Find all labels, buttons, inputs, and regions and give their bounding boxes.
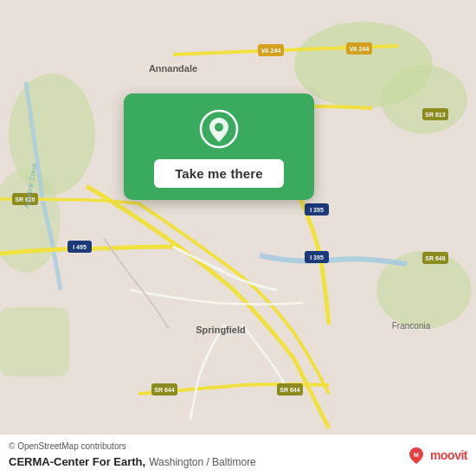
svg-text:SR 644: SR 644 xyxy=(154,387,174,393)
moovit-logo: M moovit xyxy=(407,446,467,465)
location-card[interactable]: Take me there xyxy=(124,93,314,200)
svg-point-34 xyxy=(215,123,223,132)
svg-text:SR 648: SR 648 xyxy=(425,255,445,261)
svg-text:Annandale: Annandale xyxy=(149,63,197,74)
svg-point-2 xyxy=(381,65,467,134)
take-me-there-button[interactable]: Take me there xyxy=(154,159,284,188)
svg-text:I 395: I 395 xyxy=(310,207,324,213)
svg-text:VA 244: VA 244 xyxy=(350,46,370,52)
svg-text:SR 613: SR 613 xyxy=(425,112,445,118)
osm-credit: © OpenStreetMap contributors xyxy=(9,441,256,451)
svg-text:I 395: I 395 xyxy=(310,254,324,261)
moovit-icon: M xyxy=(407,446,426,465)
map-container: I 495 I 395 I 395 VA 244 VA 244 VA 236 S… xyxy=(0,0,476,476)
location-pin-icon xyxy=(199,109,239,149)
moovit-text: moovit xyxy=(430,448,467,462)
location-info-line: CERMA-Center For Earth,Washington / Balt… xyxy=(9,453,256,469)
bottom-left-info: © OpenStreetMap contributors CERMA-Cente… xyxy=(9,441,256,469)
svg-text:Franconia: Franconia xyxy=(392,321,431,331)
svg-text:I 495: I 495 xyxy=(73,244,87,250)
svg-text:Springfield: Springfield xyxy=(196,325,245,335)
bottom-bar: © OpenStreetMap contributors CERMA-Cente… xyxy=(0,434,476,476)
svg-text:VA 244: VA 244 xyxy=(261,48,281,54)
svg-text:M: M xyxy=(414,452,419,458)
svg-text:SR 644: SR 644 xyxy=(280,387,299,393)
location-name: CERMA-Center For Earth, xyxy=(9,455,145,468)
svg-rect-5 xyxy=(0,307,69,376)
map-svg: I 495 I 395 I 395 VA 244 VA 244 VA 236 S… xyxy=(0,0,476,476)
location-region: Washington / Baltimore xyxy=(149,456,256,468)
